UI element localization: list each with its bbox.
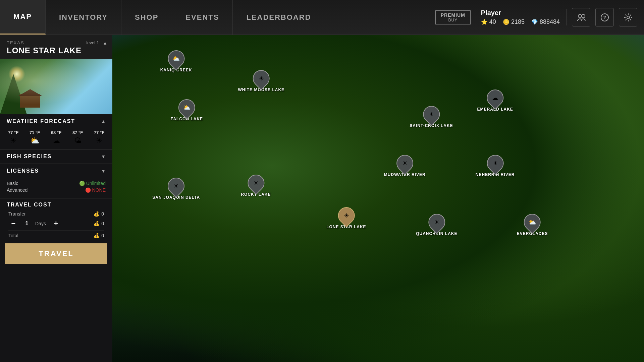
sidebar-header: TEXAS LONE STAR LAKE level 1 ▲ — [0, 35, 112, 59]
total-value: 💰 0 — [94, 233, 104, 238]
weather-day-1: 71 °F ⛅ — [25, 130, 45, 145]
map-pin-emerald-lake[interactable]: ☁EMERALD LAKE — [477, 89, 513, 112]
travel-cost-section: TRAVEL COST Transfer 💰 0 − 1 Days + 💰 0 … — [0, 198, 112, 243]
weather-icon-2: ☁ — [53, 136, 60, 145]
map-pin-falcon-lake[interactable]: ⛅FALCON LAKE — [171, 99, 203, 121]
weather-icon-1: ⛅ — [30, 136, 39, 145]
weather-temp-4: 77 °F — [94, 130, 104, 135]
total-coin-icon: 💰 — [94, 233, 99, 238]
weather-temp-3: 87 °F — [72, 130, 83, 135]
days-cost: 💰 0 — [94, 221, 104, 226]
weather-day-0: 77 °F ☀ — [3, 130, 23, 145]
tab-events[interactable]: EVENTS — [172, 0, 233, 35]
fish-species-title: FISH SPECIES — [7, 154, 52, 160]
player-currency2: 888484 — [540, 18, 560, 25]
player-name: Player — [481, 9, 560, 17]
level-badge: level 1 — [86, 40, 99, 45]
location-name: LONE STAR LAKE — [7, 46, 106, 55]
player-level: 40 — [489, 18, 496, 25]
pin-icon-saint-croix-lake: ☀ — [429, 111, 434, 118]
days-increase-button[interactable]: + — [51, 219, 61, 229]
pin-bubble-falcon-lake: ⛅ — [175, 96, 199, 120]
player-stats: ⭐ 40 🪙 2185 💎 888484 — [481, 18, 560, 25]
cross-icon: 🔴 — [85, 187, 91, 193]
map-pin-saint-croix-lake[interactable]: ☀SAINT-CROIX LAKE — [410, 106, 453, 128]
weather-day-2: 68 °F ☁ — [46, 130, 66, 145]
pin-icon-neherrin-river: ☀ — [492, 160, 498, 167]
tab-map[interactable]: MAP — [0, 0, 46, 35]
tab-inventory[interactable]: INVENTORY — [46, 0, 121, 35]
licenses-header[interactable]: LICENSES ▼ — [0, 164, 112, 178]
licenses-title: LICENSES — [7, 168, 39, 174]
total-label: Total — [8, 233, 18, 238]
premium-button[interactable]: PREMIUM BUY — [435, 10, 471, 24]
weather-icon-3: 🌤 — [74, 136, 82, 145]
tab-shop[interactable]: SHOP — [121, 0, 172, 35]
settings-button[interactable] — [619, 8, 637, 26]
nav-right-section: PREMIUM BUY Player ⭐ 40 🪙 2185 💎 888484 — [429, 0, 644, 35]
pin-icon-san-joaquin-delta: ☀ — [173, 182, 179, 190]
svg-point-4 — [627, 16, 630, 19]
days-row: − 1 Days + 💰 0 — [7, 219, 106, 229]
weather-day-3: 87 °F 🌤 — [68, 130, 88, 145]
pin-bubble-rocky-lake: ☀ — [244, 171, 268, 195]
travel-button[interactable]: TRAVEL — [5, 243, 107, 264]
days-number: 1 — [23, 221, 30, 227]
pin-bubble-mudwater-river: ☀ — [393, 152, 417, 175]
weather-temp-2: 68 °F — [51, 130, 61, 135]
fish-species-header[interactable]: FISH SPECIES ▼ — [0, 149, 112, 164]
pin-bubble-neherrin-river: ☀ — [483, 152, 507, 175]
social-button[interactable] — [572, 8, 590, 26]
help-button[interactable]: ? — [595, 8, 614, 26]
player-currency1-stat: 🪙 2185 — [503, 18, 525, 25]
pin-icon-quanchkin-lake: ☀ — [434, 219, 439, 226]
total-row: Total 💰 0 — [7, 233, 106, 238]
premium-label: PREMIUM — [441, 12, 465, 18]
fish-species-collapse-icon: ▼ — [101, 154, 106, 159]
map-pin-lone-star-lake[interactable]: ☀LONE STAR LAKE — [326, 207, 366, 229]
transfer-row: Transfer 💰 0 — [7, 211, 106, 217]
map-pin-rocky-lake[interactable]: ☀ROCKY LAKE — [241, 175, 271, 197]
transfer-coin-icon: 💰 — [94, 211, 99, 217]
weather-icon-0: ☀ — [10, 136, 17, 145]
map-pin-kaniq-creek[interactable]: ⛅KANIQ CREEK — [160, 50, 192, 72]
pin-icon-falcon-lake: ⛅ — [183, 104, 191, 111]
map-pin-san-joaquin-delta[interactable]: ☀SAN JOAQUIN DELTA — [152, 178, 200, 200]
licenses-collapse-icon: ▼ — [101, 168, 106, 174]
map-pin-quanchkin-lake[interactable]: ☀QUANCHKIN LAKE — [416, 214, 457, 236]
total-amount: 0 — [101, 233, 104, 238]
weather-header[interactable]: WEATHER FORECAST ▲ — [0, 114, 112, 128]
map-background: ⛅KANIQ CREEK☀WHITE MOOSE LAKE⛅FALCON LAK… — [112, 35, 644, 362]
days-decrease-button[interactable]: − — [8, 219, 18, 229]
weather-days: 77 °F ☀ 71 °F ⛅ 68 °F ☁ 87 °F 🌤 77 °F — [3, 130, 109, 145]
transfer-label: Transfer — [8, 211, 26, 217]
map-pin-mudwater-river[interactable]: ☀MUDWATER RIVER — [384, 155, 426, 177]
buy-label: BUY — [448, 18, 458, 22]
license-basic: Basic 🟢 Unlimited — [7, 181, 106, 186]
map-pin-everglades[interactable]: ⛅EVERGLADES — [517, 214, 548, 236]
svg-text:?: ? — [603, 15, 606, 20]
pin-bubble-everglades: ⛅ — [521, 210, 544, 234]
map-pin-neherrin-river[interactable]: ☀NEHERRIN RIVER — [476, 155, 515, 177]
sidebar: TEXAS LONE STAR LAKE level 1 ▲ WEATHER F… — [0, 35, 112, 362]
pin-icon-mudwater-river: ☀ — [402, 160, 408, 167]
pin-bubble-kaniq-creek: ⛅ — [164, 47, 188, 71]
days-cost-amount: 0 — [101, 221, 104, 226]
map-pin-white-moose-lake[interactable]: ☀WHITE MOOSE LAKE — [238, 70, 284, 92]
licenses-section: LICENSES ▼ Basic 🟢 Unlimited Advanced 🔴 … — [0, 164, 112, 198]
license-basic-status-text: Unlimited — [86, 181, 106, 186]
pin-bubble-san-joaquin-delta: ☀ — [164, 174, 188, 198]
preview-overlay — [0, 59, 112, 114]
svg-point-1 — [582, 14, 585, 18]
checkmark-icon: 🟢 — [79, 181, 85, 186]
transfer-amount: 0 — [101, 211, 104, 217]
pin-icon-kaniq-creek: ⛅ — [172, 55, 180, 62]
days-controls: − 1 Days + — [8, 219, 61, 229]
weather-title: WEATHER FORECAST — [7, 118, 75, 124]
player-info: Player ⭐ 40 🪙 2185 💎 888484 — [474, 9, 567, 25]
license-advanced-status: 🔴 NONE — [85, 187, 106, 193]
tab-leaderboard[interactable]: LEADERBOARD — [233, 0, 325, 35]
collapse-arrow-icon[interactable]: ▲ — [103, 40, 107, 46]
map-area: ⛅KANIQ CREEK☀WHITE MOOSE LAKE⛅FALCON LAK… — [112, 35, 644, 362]
pin-bubble-saint-croix-lake: ☀ — [420, 102, 443, 126]
